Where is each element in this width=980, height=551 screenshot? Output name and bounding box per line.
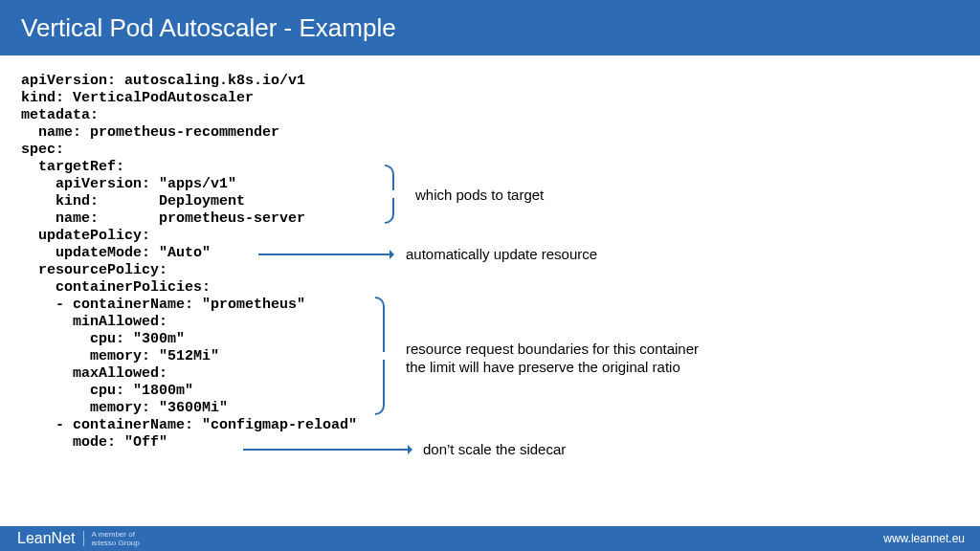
- footer-divider: [83, 531, 84, 546]
- annot-boundaries-l2: the limit will have preserve the origina…: [406, 359, 680, 375]
- arrow-sidecar: [243, 449, 411, 451]
- footer-brand: LeanNet A member of adesso Group: [17, 530, 140, 547]
- footer-url: www.leannet.eu: [883, 532, 965, 545]
- slide-header: Vertical Pod Autoscaler - Example: [0, 0, 980, 55]
- brace-boundaries: [375, 297, 394, 415]
- arrow-update: [258, 253, 392, 255]
- brand-name: LeanNet: [17, 530, 76, 547]
- slide-title: Vertical Pod Autoscaler - Example: [21, 13, 396, 43]
- yaml-code-block: apiVersion: autoscaling.k8s.io/v1 kind: …: [21, 73, 970, 452]
- annot-boundaries-l1: resource request boundaries for this con…: [406, 341, 699, 357]
- annot-target: which pods to target: [415, 187, 544, 203]
- annot-update: automatically update resource: [406, 246, 597, 262]
- brace-target: [385, 165, 404, 224]
- slide-footer: LeanNet A member of adesso Group www.lea…: [0, 526, 980, 551]
- slide-content: apiVersion: autoscaling.k8s.io/v1 kind: …: [21, 73, 970, 522]
- brand-member: A member of adesso Group: [92, 530, 140, 547]
- annot-sidecar: don’t scale the sidecar: [423, 441, 566, 457]
